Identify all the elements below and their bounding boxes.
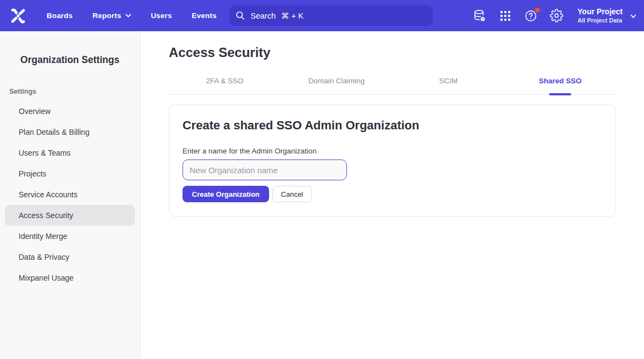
main-content: Access Security 2FA & SSO Domain Claimin… — [140, 31, 644, 359]
search-icon — [236, 11, 245, 20]
project-selector[interactable]: Your Project All Project Data — [578, 7, 636, 24]
sidebar-item-access-security[interactable]: Access Security — [5, 205, 135, 226]
data-management-icon[interactable] — [472, 9, 487, 23]
sidebar-item-data-privacy[interactable]: Data & Privacy — [5, 247, 135, 267]
sidebar-item-users-teams[interactable]: Users & Teams — [5, 143, 135, 163]
sidebar-item-label: Projects — [19, 169, 47, 178]
chevron-down-icon — [126, 14, 131, 18]
sidebar-item-projects[interactable]: Projects — [5, 163, 135, 184]
tab-label: SCIM — [439, 77, 458, 85]
sidebar-section-label: Settings — [9, 88, 140, 95]
sidebar-item-label: Mixpanel Usage — [19, 273, 73, 282]
search-shortcut-hint: ⌘ + K — [281, 12, 304, 20]
sidebar-item-label: Users & Teams — [19, 149, 71, 157]
sidebar-title: Organization Settings — [0, 54, 140, 66]
top-navigation-bar: Boards Reports Users Events Search ⌘ + K — [0, 0, 644, 31]
nav-item-events[interactable]: Events — [192, 12, 216, 20]
tab-2fa-sso[interactable]: 2FA & SSO — [169, 77, 281, 94]
nav-item-label: Reports — [93, 12, 121, 20]
global-search-input[interactable]: Search ⌘ + K — [229, 5, 433, 26]
nav-item-boards[interactable]: Boards — [47, 12, 73, 20]
card-actions: Create Organization Cancel — [183, 186, 602, 202]
sidebar-item-label: Access Security — [19, 211, 73, 220]
sidebar-item-identity-merge[interactable]: Identity Merge — [5, 226, 135, 247]
page-body: Organization Settings Settings Overview … — [0, 31, 644, 359]
cancel-button[interactable]: Cancel — [272, 186, 312, 202]
sidebar-item-service-accounts[interactable]: Service Accounts — [5, 184, 135, 205]
apps-grid-icon[interactable] — [498, 9, 512, 23]
sidebar-item-label: Plan Details & Billing — [19, 128, 89, 136]
tab-shared-sso[interactable]: Shared SSO — [504, 77, 616, 94]
sidebar-item-overview[interactable]: Overview — [5, 101, 135, 122]
settings-gear-icon[interactable] — [550, 9, 564, 23]
create-shared-sso-card: Create a shared SSO Admin Organization E… — [169, 105, 616, 216]
sidebar-item-label: Service Accounts — [19, 190, 77, 199]
nav-item-users[interactable]: Users — [151, 12, 172, 20]
sidebar-item-label: Identity Merge — [19, 232, 67, 241]
nav-item-label: Users — [151, 12, 172, 20]
sidebar-item-plan-details-billing[interactable]: Plan Details & Billing — [5, 122, 135, 143]
topbar-right-cluster: Your Project All Project Data — [472, 0, 636, 31]
chevron-down-icon — [630, 11, 636, 21]
help-icon[interactable] — [524, 9, 538, 23]
tab-scim[interactable]: SCIM — [392, 77, 504, 94]
primary-nav: Boards Reports Users Events — [47, 12, 236, 20]
access-security-tabs: 2FA & SSO Domain Claiming SCIM Shared SS… — [169, 77, 616, 95]
search-placeholder: Search — [250, 12, 276, 20]
tab-domain-claiming[interactable]: Domain Claiming — [281, 77, 392, 94]
organization-name-label: Enter a name for the Admin Organization — [183, 147, 602, 155]
project-name: Your Project — [578, 7, 623, 16]
nav-item-label: Boards — [47, 12, 73, 20]
tab-label: Domain Claiming — [309, 77, 365, 85]
mixpanel-logo-icon[interactable] — [8, 7, 28, 25]
tab-label: Shared SSO — [539, 77, 582, 85]
tab-label: 2FA & SSO — [206, 77, 243, 85]
notification-dot — [535, 8, 540, 13]
page-title: Access Security — [169, 45, 644, 60]
nav-item-label: Events — [192, 12, 216, 20]
sidebar-item-mixpanel-usage[interactable]: Mixpanel Usage — [5, 267, 135, 288]
nav-item-reports[interactable]: Reports — [93, 12, 131, 20]
sidebar-item-label: Data & Privacy — [19, 253, 70, 261]
organization-settings-sidebar: Organization Settings Settings Overview … — [0, 31, 140, 359]
organization-name-input[interactable] — [183, 159, 347, 180]
project-data-scope: All Project Data — [578, 16, 622, 24]
active-tab-indicator — [549, 93, 571, 95]
sidebar-item-label: Overview — [19, 107, 50, 116]
create-organization-button[interactable]: Create Organization — [183, 186, 269, 202]
card-title: Create a shared SSO Admin Organization — [183, 118, 602, 133]
project-selector-texts: Your Project All Project Data — [578, 7, 623, 24]
